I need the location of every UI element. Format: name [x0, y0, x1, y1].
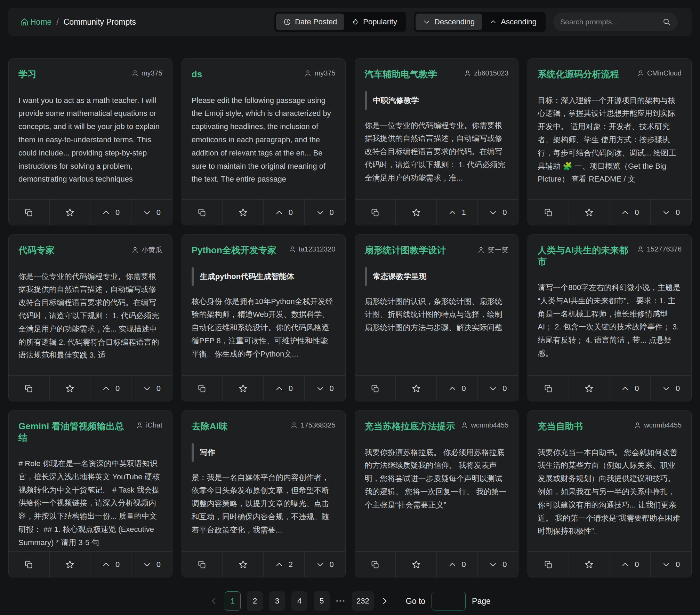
upvote-button[interactable]: 0: [610, 376, 651, 401]
sort-ascending-button[interactable]: Ascending: [482, 14, 544, 30]
search-input[interactable]: [560, 18, 662, 26]
card-header: 去除AI味 175368325: [192, 421, 336, 432]
downvote-button[interactable]: 0: [131, 552, 172, 577]
downvote-button[interactable]: 0: [131, 200, 172, 225]
prompt-card[interactable]: 学习 my375 I want you to act as a math tea…: [8, 58, 172, 225]
favorite-button[interactable]: [569, 200, 610, 225]
downvote-button[interactable]: 0: [650, 552, 691, 577]
downvote-count: 0: [502, 208, 507, 217]
card-content: 去除AI味 175368325 写作 景：我是一名自媒体平台的内容创作者，依靠今…: [182, 411, 345, 551]
favorite-button[interactable]: [569, 552, 610, 577]
downvote-button[interactable]: 0: [477, 376, 518, 401]
upvote-button[interactable]: 0: [263, 200, 304, 225]
favorite-button[interactable]: [395, 552, 436, 577]
favorite-button[interactable]: [222, 376, 263, 401]
upvote-count: 0: [462, 560, 466, 569]
goto-page-input[interactable]: [432, 592, 466, 610]
next-page-button[interactable]: [380, 597, 389, 606]
page-button-4[interactable]: 4: [291, 591, 307, 611]
prompt-card[interactable]: 汽车辅助电气教学 zb6015023 中职汽修教学 你是一位专业的代码编程专业。…: [355, 58, 519, 225]
downvote-button[interactable]: 0: [477, 200, 518, 225]
page-button-3[interactable]: 3: [269, 591, 285, 611]
sort-date-posted-button[interactable]: Date Posted: [276, 14, 344, 30]
upvote-button[interactable]: 0: [436, 376, 477, 401]
prompt-card[interactable]: 人类与AI共生的未来都市 152776376 请写一个800字左右的科幻微小说，…: [528, 234, 692, 401]
favorite-button[interactable]: [49, 200, 90, 225]
user-icon: [637, 70, 644, 77]
user-icon: [634, 422, 641, 429]
copy-button[interactable]: [182, 200, 223, 225]
copy-icon: [25, 208, 33, 217]
copy-button[interactable]: [528, 200, 569, 225]
copy-button[interactable]: [182, 552, 223, 577]
upvote-button[interactable]: 0: [263, 376, 304, 401]
page-button-2[interactable]: 2: [247, 591, 263, 611]
page-button-5[interactable]: 5: [314, 591, 330, 611]
upvote-button[interactable]: 0: [436, 552, 477, 577]
search-icon[interactable]: [662, 18, 671, 26]
star-icon: [585, 384, 594, 393]
user-icon: [461, 422, 468, 429]
prompt-card[interactable]: Python全栈开发专家 ta12312320 生成python代码生成智能体 …: [182, 234, 346, 401]
downvote-button[interactable]: 0: [650, 200, 691, 225]
page-label: Page: [472, 597, 491, 606]
upvote-button[interactable]: 0: [610, 552, 651, 577]
downvote-button[interactable]: 0: [304, 552, 345, 577]
favorite-button[interactable]: [569, 376, 610, 401]
breadcrumb-home-link[interactable]: Home: [20, 17, 51, 27]
copy-icon: [544, 560, 553, 569]
favorite-button[interactable]: [395, 376, 436, 401]
favorite-button[interactable]: [395, 200, 436, 225]
downvote-button[interactable]: 0: [131, 376, 172, 401]
copy-button[interactable]: [9, 200, 49, 225]
upvote-button[interactable]: 0: [90, 552, 131, 577]
card-tag: 中职汽修教学: [365, 94, 509, 107]
upvote-count: 2: [289, 560, 293, 569]
page-button-1[interactable]: 1: [225, 591, 241, 611]
copy-button[interactable]: [355, 376, 396, 401]
copy-button[interactable]: [355, 200, 396, 225]
upvote-button[interactable]: 0: [90, 376, 131, 401]
favorite-button[interactable]: [222, 200, 263, 225]
downvote-button[interactable]: 0: [477, 552, 518, 577]
favorite-button[interactable]: [222, 552, 263, 577]
card-header: 代码专家 小黄瓜: [18, 245, 162, 256]
upvote-button[interactable]: 2: [263, 552, 304, 577]
downvote-button[interactable]: 0: [304, 200, 345, 225]
copy-button[interactable]: [9, 376, 49, 401]
downvote-button[interactable]: 0: [304, 376, 345, 401]
user-icon: [637, 246, 644, 253]
upvote-chevron-icon: [448, 208, 457, 217]
card-author: 小黄瓜: [131, 245, 162, 255]
prompt-card[interactable]: 去除AI味 175368325 写作 景：我是一名自媒体平台的内容创作者，依靠今…: [182, 410, 346, 577]
downvote-button[interactable]: 0: [650, 376, 691, 401]
prompt-card[interactable]: 充当自助书 wcnmb4455 我要你充当一本自助书。 您会就如何改善我生活的某…: [528, 410, 692, 577]
favorite-button[interactable]: [49, 552, 90, 577]
prompt-card[interactable]: 系统化源码分析流程 CMinCloud 目标：深入理解一个开源项目的架构与核心逻…: [528, 58, 692, 225]
author-name: wcnmb4455: [644, 421, 682, 429]
copy-button[interactable]: [528, 376, 569, 401]
sort-descending-button[interactable]: Descending: [416, 14, 482, 30]
prompt-card[interactable]: Gemini 看油管视频输出总结 iChat # Role 你现在是一名资深的中…: [8, 410, 172, 577]
prompt-card[interactable]: 充当苏格拉底方法提示 wcnmb4455 我要你扮演苏格拉底。 你必须用苏格拉底…: [355, 410, 519, 577]
prompt-card[interactable]: ds my375 Please edit the following passa…: [182, 58, 346, 225]
upvote-chevron-icon: [102, 384, 110, 393]
copy-button[interactable]: [9, 552, 49, 577]
upvote-button[interactable]: 1: [436, 200, 477, 225]
upvote-button[interactable]: 0: [90, 200, 131, 225]
prompt-card[interactable]: 代码专家 小黄瓜 你是一位专业的代码编程专业。你需要根据我提供的自然语言描述，自…: [8, 234, 172, 401]
downvote-count: 0: [156, 384, 161, 393]
favorite-button[interactable]: [49, 376, 90, 401]
copy-button[interactable]: [528, 552, 569, 577]
copy-button[interactable]: [355, 552, 396, 577]
upvote-button[interactable]: 0: [610, 200, 651, 225]
card-author: 175368325: [290, 421, 335, 429]
prev-page-button[interactable]: [209, 597, 218, 606]
sort-popularity-button[interactable]: Popularity: [344, 14, 404, 30]
prompt-card[interactable]: 扇形统计图教学设计 笑一笑 常态课教学呈现 扇形统计图的认识，条形统计图、扇形统…: [355, 234, 519, 401]
copy-button[interactable]: [182, 376, 223, 401]
page-button-last[interactable]: 232: [352, 591, 374, 611]
breadcrumb: Home / Community Prompts: [20, 17, 136, 27]
copy-icon: [371, 208, 379, 217]
goto-page: Go to Page: [406, 592, 491, 610]
